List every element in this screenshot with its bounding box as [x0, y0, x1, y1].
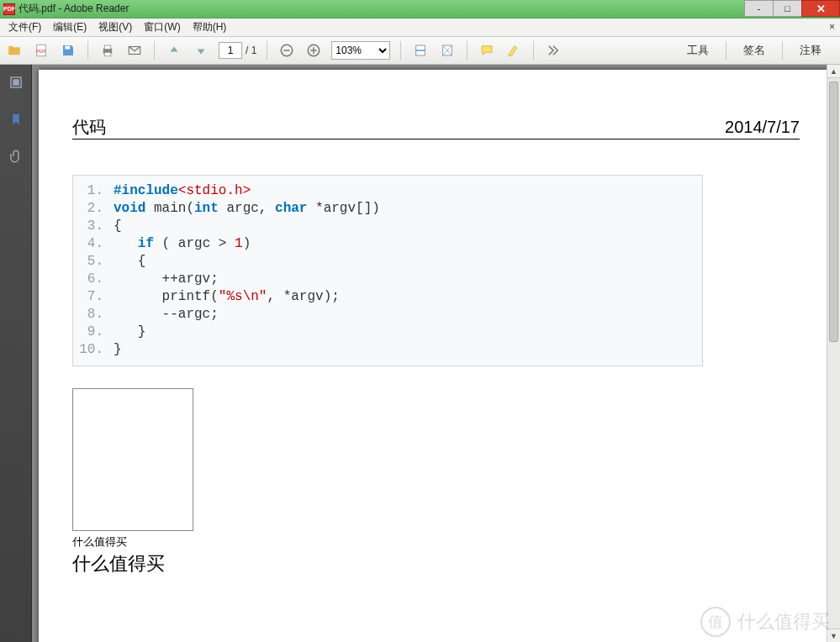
code-text: void main(int argc, char *argv[])	[114, 200, 380, 218]
line-number: 1.	[73, 182, 114, 200]
tab-tools[interactable]: 工具	[674, 38, 722, 63]
code-text: --argc;	[114, 306, 219, 324]
line-number: 4.	[73, 235, 114, 253]
menu-window[interactable]: 窗口(W)	[139, 18, 185, 36]
document-date: 2014/7/17	[725, 118, 800, 137]
code-line: 1.#include<stdio.h>	[73, 182, 695, 200]
scroll-down-icon[interactable]: ▼	[827, 629, 840, 642]
fit-page-icon[interactable]	[438, 41, 457, 60]
line-number: 5.	[73, 253, 114, 271]
code-text: }	[114, 324, 145, 341]
line-number: 7.	[73, 288, 114, 306]
menubar: 文件(F) 编辑(E) 视图(V) 窗口(W) 帮助(H) ×	[0, 18, 840, 37]
code-line: 8. --argc;	[73, 306, 695, 324]
pdf-page: 代码 2014/7/17 1.#include<stdio.h>2.void m…	[39, 70, 833, 642]
menu-help[interactable]: 帮助(H)	[188, 18, 232, 36]
zoom-out-icon[interactable]	[277, 41, 296, 60]
menubar-close-icon[interactable]: ×	[829, 21, 835, 33]
save-icon[interactable]	[59, 41, 77, 60]
vertical-scrollbar[interactable]: ▲ ▼	[827, 65, 840, 642]
svg-text:PDF: PDF	[36, 49, 46, 54]
app-icon: PDF	[3, 3, 15, 15]
email-icon[interactable]	[125, 41, 144, 60]
window-buttons: - □ ✕	[745, 0, 840, 17]
code-line: 7. printf("%s\n", *argv);	[73, 288, 695, 306]
code-line: 2.void main(int argc, char *argv[])	[73, 200, 695, 218]
toolbar-right: 工具 签名 注释	[674, 38, 835, 63]
window-title: 代码.pdf - Adobe Reader	[18, 2, 129, 16]
print-icon[interactable]	[98, 41, 117, 60]
document-title: 代码	[72, 116, 106, 139]
code-text: {	[114, 253, 145, 271]
scroll-up-icon[interactable]: ▲	[827, 65, 840, 78]
code-text: #include<stdio.h>	[114, 182, 251, 200]
code-line: 4. if ( argc > 1)	[73, 235, 695, 253]
menu-file[interactable]: 文件(F)	[3, 18, 46, 36]
code-text: printf("%s\n", *argv);	[114, 288, 340, 306]
fit-width-icon[interactable]	[411, 41, 430, 60]
code-text: ++argv;	[114, 271, 219, 288]
comment-bubble-icon[interactable]	[478, 41, 496, 60]
sidebar	[0, 65, 32, 642]
document-header: 代码 2014/7/17	[72, 116, 800, 139]
code-line: 5. {	[73, 253, 695, 271]
line-number: 8.	[73, 306, 114, 324]
create-pdf-icon[interactable]: PDF	[32, 41, 50, 60]
menu-edit[interactable]: 编辑(E)	[48, 18, 92, 36]
tab-comment[interactable]: 注释	[786, 38, 835, 63]
code-line: 10.}	[73, 341, 695, 359]
image-placeholder	[72, 388, 193, 531]
line-number: 9.	[73, 324, 114, 341]
tab-sign[interactable]: 签名	[730, 38, 779, 63]
window-titlebar: PDF 代码.pdf - Adobe Reader - □ ✕	[0, 0, 840, 18]
line-number: 10.	[73, 341, 114, 359]
page-down-icon[interactable]	[192, 41, 210, 60]
image-caption-large: 什么值得买	[72, 551, 800, 576]
line-number: 6.	[73, 271, 114, 288]
svg-rect-2	[65, 46, 70, 50]
sidebar-bookmark-icon[interactable]	[7, 110, 25, 129]
sidebar-thumbnails-icon[interactable]	[7, 73, 25, 92]
scroll-thumb[interactable]	[829, 82, 838, 342]
read-mode-icon[interactable]	[544, 41, 563, 60]
svg-rect-4	[104, 45, 111, 50]
page-up-icon[interactable]	[165, 41, 183, 60]
highlight-icon[interactable]	[505, 41, 523, 60]
code-text: }	[114, 341, 122, 359]
code-text: if ( argc > 1)	[114, 235, 251, 253]
document-area[interactable]: 代码 2014/7/17 1.#include<stdio.h>2.void m…	[32, 65, 840, 642]
close-button[interactable]: ✕	[801, 0, 840, 17]
page-total-label: / 1	[246, 45, 256, 56]
page-indicator: / 1	[219, 42, 256, 59]
workspace: 代码 2014/7/17 1.#include<stdio.h>2.void m…	[0, 65, 840, 642]
image-caption-small: 什么值得买	[72, 534, 800, 550]
code-line: 6. ++argv;	[73, 271, 695, 288]
minimize-button[interactable]: -	[744, 0, 774, 17]
sidebar-attachment-icon[interactable]	[7, 147, 25, 166]
svg-rect-15	[13, 79, 19, 86]
line-number: 3.	[73, 218, 114, 235]
code-text: {	[114, 218, 122, 235]
code-block: 1.#include<stdio.h>2.void main(int argc,…	[72, 175, 703, 366]
toolbar: PDF / 1 103% 工具 签名 注释	[0, 37, 840, 65]
svg-rect-5	[104, 52, 111, 56]
menu-view[interactable]: 视图(V)	[93, 18, 137, 36]
zoom-in-icon[interactable]	[304, 41, 323, 60]
maximize-button[interactable]: □	[773, 0, 802, 17]
zoom-select[interactable]: 103%	[331, 41, 390, 60]
code-line: 3.{	[73, 218, 695, 235]
line-number: 2.	[73, 200, 114, 218]
page-number-input[interactable]	[219, 42, 242, 59]
code-line: 9. }	[73, 324, 695, 341]
open-file-icon[interactable]	[5, 41, 24, 60]
